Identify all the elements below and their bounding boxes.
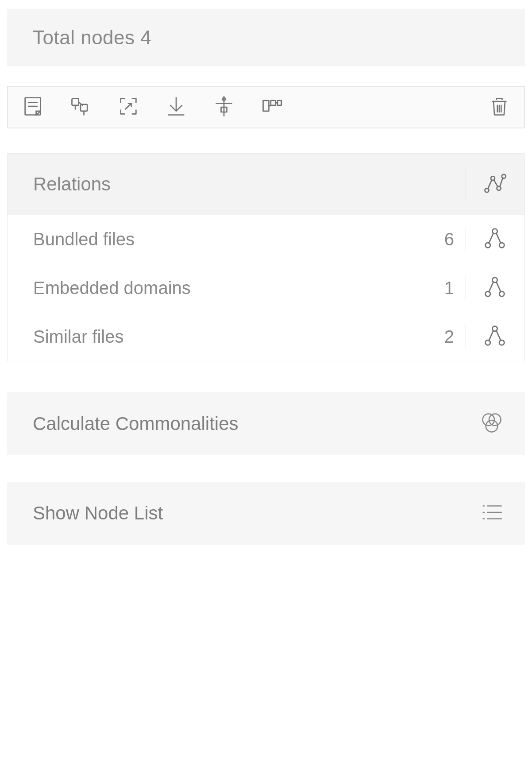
svg-point-42 [499,340,504,345]
separator [466,324,466,349]
relation-label: Embedded domains [33,278,444,298]
tree-icon[interactable] [483,226,507,252]
svg-line-34 [496,233,501,244]
relation-row-embedded-domains[interactable]: Embedded domains 1 [8,263,524,312]
svg-line-43 [489,331,493,341]
svg-rect-15 [263,101,269,111]
svg-rect-3 [72,99,79,105]
relations-title: Relations [33,174,466,195]
separator [466,275,466,300]
svg-line-38 [489,282,493,292]
separator [466,227,466,252]
svg-point-37 [499,291,504,296]
svg-point-47 [486,420,498,432]
download-button[interactable] [164,95,189,120]
svg-line-44 [496,331,501,341]
svg-line-8 [126,104,131,109]
calculate-commonalities-label: Calculate Commonalities [33,413,479,434]
svg-point-32 [499,243,504,248]
svg-line-39 [496,282,501,292]
side-panel: Total nodes 4 [0,9,532,545]
expand-button[interactable] [116,95,141,120]
svg-line-29 [500,178,503,187]
balance-icon [212,95,235,120]
svg-line-33 [489,233,493,244]
layout-icon [260,95,283,120]
calculate-commonalities-button[interactable]: Calculate Commonalities [7,392,525,455]
svg-line-28 [494,180,498,187]
toolbar [7,86,525,128]
layout-button[interactable] [259,95,284,120]
pin-button[interactable] [68,95,93,120]
total-nodes-header: Total nodes 4 [7,9,525,66]
list-icon [479,500,505,527]
svg-point-41 [486,340,490,345]
note-icon [21,95,44,120]
trash-icon [488,95,511,120]
expand-icon [117,95,140,120]
separator [466,169,466,200]
relation-label: Similar files [33,327,444,347]
tree-icon[interactable] [483,275,507,301]
relation-row-similar-files[interactable]: Similar files 2 [8,312,524,361]
svg-rect-5 [81,105,87,111]
delete-button[interactable] [487,95,512,120]
relation-label: Bundled files [33,229,444,249]
svg-rect-16 [271,101,276,105]
download-icon [165,95,188,120]
relations-header: Relations [8,154,524,215]
svg-point-31 [486,243,490,248]
relation-count: 6 [444,229,454,249]
relation-count: 2 [444,327,454,347]
total-nodes-label: Total nodes 4 [33,27,499,49]
relation-row-bundled-files[interactable]: Bundled files 6 [8,215,524,263]
tree-icon[interactable] [483,324,507,349]
balance-button[interactable] [212,95,236,120]
svg-line-27 [488,180,492,189]
show-node-list-label: Show Node List [33,503,479,524]
relations-section: Relations Bundled files 6 [7,153,525,361]
venn-icon [479,410,505,438]
relation-count: 1 [444,278,454,298]
svg-point-36 [486,291,490,296]
graph-icon[interactable] [483,171,507,197]
show-node-list-button[interactable]: Show Node List [7,482,525,545]
note-button[interactable] [20,95,45,120]
pin-icon [69,95,92,120]
